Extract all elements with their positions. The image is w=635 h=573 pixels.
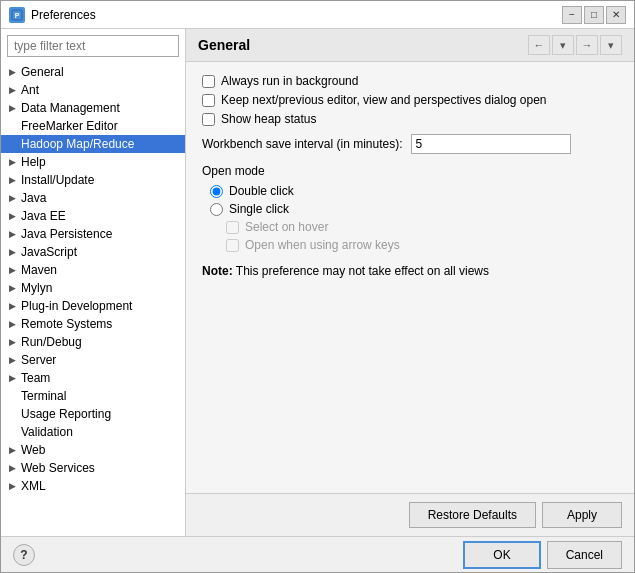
tree-item-label: Terminal <box>21 389 66 403</box>
sidebar-item-server[interactable]: ▶Server <box>1 351 185 369</box>
tree-item-label: XML <box>21 479 46 493</box>
single-click-radio[interactable] <box>210 203 223 216</box>
double-click-label[interactable]: Double click <box>229 184 294 198</box>
sidebar-item-usage-reporting[interactable]: Usage Reporting <box>1 405 185 423</box>
sidebar-item-general[interactable]: ▶General <box>1 63 185 81</box>
workbench-input[interactable] <box>411 134 571 154</box>
expand-arrow-icon: ▶ <box>5 65 19 79</box>
expand-arrow-icon: ▶ <box>5 479 19 493</box>
note-row: Note: This preference may not take effec… <box>202 264 618 278</box>
sidebar-item-freemarker-editor[interactable]: FreeMarker Editor <box>1 117 185 135</box>
tree-item-label: Hadoop Map/Reduce <box>21 137 134 151</box>
main-panel: General ← ▾ → ▾ Always run in background… <box>186 29 634 536</box>
bottom-bar: ? OK Cancel <box>1 536 634 572</box>
expand-arrow-icon: ▶ <box>5 443 19 457</box>
workbench-label: Workbench save interval (in minutes): <box>202 137 403 151</box>
ok-button[interactable]: OK <box>463 541 540 569</box>
sidebar-item-validation[interactable]: Validation <box>1 423 185 441</box>
preferences-window: P Preferences − □ ✕ ▶General▶Ant▶Data Ma… <box>0 0 635 573</box>
tree-item-label: Mylyn <box>21 281 52 295</box>
open-arrow-label: Open when using arrow keys <box>245 238 400 252</box>
window-icon: P <box>9 7 25 23</box>
expand-arrow-icon: ▶ <box>5 299 19 313</box>
tree: ▶General▶Ant▶Data ManagementFreeMarker E… <box>1 63 185 536</box>
sidebar-item-web[interactable]: ▶Web <box>1 441 185 459</box>
tree-item-label: Help <box>21 155 46 169</box>
keep-next-row: Keep next/previous editor, view and pers… <box>202 93 618 107</box>
tree-item-label: General <box>21 65 64 79</box>
restore-defaults-button[interactable]: Restore Defaults <box>409 502 536 528</box>
open-arrow-checkbox[interactable] <box>226 239 239 252</box>
tree-item-label: Remote Systems <box>21 317 112 331</box>
sidebar-item-data-management[interactable]: ▶Data Management <box>1 99 185 117</box>
back-button[interactable]: ← <box>528 35 550 55</box>
no-arrow-spacer <box>5 389 19 403</box>
select-hover-checkbox[interactable] <box>226 221 239 234</box>
cancel-button[interactable]: Cancel <box>547 541 622 569</box>
main-header: General ← ▾ → ▾ <box>186 29 634 62</box>
sidebar-item-java-persistence[interactable]: ▶Java Persistence <box>1 225 185 243</box>
sidebar-item-run-debug[interactable]: ▶Run/Debug <box>1 333 185 351</box>
help-button[interactable]: ? <box>13 544 35 566</box>
minimize-button[interactable]: − <box>562 6 582 24</box>
expand-arrow-icon: ▶ <box>5 155 19 169</box>
note-text: This preference may not take effect on a… <box>236 264 489 278</box>
maximize-button[interactable]: □ <box>584 6 604 24</box>
nav-buttons: ← ▾ → ▾ <box>528 35 622 55</box>
open-arrow-row: Open when using arrow keys <box>226 238 618 252</box>
expand-arrow-icon: ▶ <box>5 461 19 475</box>
tree-item-label: FreeMarker Editor <box>21 119 118 133</box>
no-arrow-spacer <box>5 137 19 151</box>
tree-item-label: Ant <box>21 83 39 97</box>
single-click-label[interactable]: Single click <box>229 202 289 216</box>
forward-button[interactable]: → <box>576 35 598 55</box>
main-content: Always run in background Keep next/previ… <box>186 62 634 493</box>
no-arrow-spacer <box>5 119 19 133</box>
keep-next-label[interactable]: Keep next/previous editor, view and pers… <box>221 93 547 107</box>
sidebar-item-remote-systems[interactable]: ▶Remote Systems <box>1 315 185 333</box>
sidebar-item-javascript[interactable]: ▶JavaScript <box>1 243 185 261</box>
sidebar-item-install-update[interactable]: ▶Install/Update <box>1 171 185 189</box>
sidebar-item-mylyn[interactable]: ▶Mylyn <box>1 279 185 297</box>
sidebar-item-java[interactable]: ▶Java <box>1 189 185 207</box>
panel-footer: Restore Defaults Apply <box>186 493 634 536</box>
tree-item-label: Run/Debug <box>21 335 82 349</box>
always-run-row: Always run in background <box>202 74 618 88</box>
apply-button[interactable]: Apply <box>542 502 622 528</box>
expand-arrow-icon: ▶ <box>5 245 19 259</box>
filter-input[interactable] <box>7 35 179 57</box>
sidebar-item-plug-in-development[interactable]: ▶Plug-in Development <box>1 297 185 315</box>
open-mode-label: Open mode <box>202 164 618 178</box>
expand-arrow-icon: ▶ <box>5 371 19 385</box>
forward-alt-dropdown-button[interactable]: ▾ <box>600 35 622 55</box>
window-title: Preferences <box>31 8 562 22</box>
sidebar: ▶General▶Ant▶Data ManagementFreeMarker E… <box>1 29 186 536</box>
show-heap-checkbox[interactable] <box>202 113 215 126</box>
sidebar-item-web-services[interactable]: ▶Web Services <box>1 459 185 477</box>
sidebar-item-terminal[interactable]: Terminal <box>1 387 185 405</box>
expand-arrow-icon: ▶ <box>5 317 19 331</box>
sidebar-item-help[interactable]: ▶Help <box>1 153 185 171</box>
always-run-checkbox[interactable] <box>202 75 215 88</box>
tree-item-label: Validation <box>21 425 73 439</box>
sidebar-item-team[interactable]: ▶Team <box>1 369 185 387</box>
expand-arrow-icon: ▶ <box>5 227 19 241</box>
always-run-label[interactable]: Always run in background <box>221 74 358 88</box>
title-bar: P Preferences − □ ✕ <box>1 1 634 29</box>
tree-item-label: Data Management <box>21 101 120 115</box>
content-area: ▶General▶Ant▶Data ManagementFreeMarker E… <box>1 29 634 536</box>
sidebar-item-maven[interactable]: ▶Maven <box>1 261 185 279</box>
expand-arrow-icon: ▶ <box>5 335 19 349</box>
no-arrow-spacer <box>5 407 19 421</box>
close-button[interactable]: ✕ <box>606 6 626 24</box>
show-heap-label[interactable]: Show heap status <box>221 112 316 126</box>
sidebar-item-java-ee[interactable]: ▶Java EE <box>1 207 185 225</box>
keep-next-checkbox[interactable] <box>202 94 215 107</box>
sidebar-item-hadoop-map-reduce[interactable]: Hadoop Map/Reduce <box>1 135 185 153</box>
sidebar-item-ant[interactable]: ▶Ant <box>1 81 185 99</box>
forward-dropdown-button[interactable]: ▾ <box>552 35 574 55</box>
double-click-radio[interactable] <box>210 185 223 198</box>
sidebar-item-xml[interactable]: ▶XML <box>1 477 185 495</box>
window-controls: − □ ✕ <box>562 6 626 24</box>
expand-arrow-icon: ▶ <box>5 101 19 115</box>
